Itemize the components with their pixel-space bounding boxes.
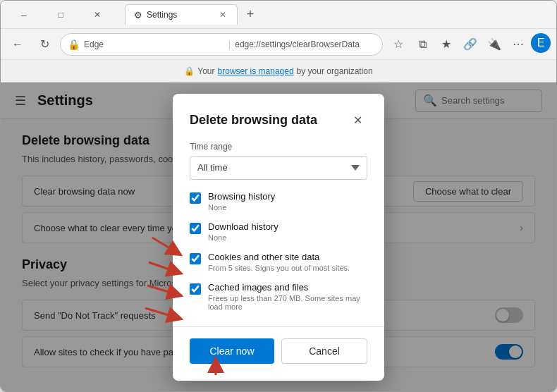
modal-actions: Clear now Cancel: [190, 338, 367, 364]
address-separator: |: [228, 39, 231, 49]
nav-bar: ← ↻ 🔒 Edge | edge://settings/clearBrowse…: [1, 29, 556, 60]
collections-button[interactable]: 🔗: [459, 33, 482, 56]
address-url: edge://settings/clearBrowserData: [235, 39, 375, 49]
download-history-item: Download history None: [190, 221, 367, 242]
favorites-button[interactable]: ☆: [387, 33, 410, 56]
info-bar-text: Your: [197, 66, 214, 76]
checkbox-scroll-area: Browsing history None Download history N…: [190, 191, 367, 321]
split-screen-button[interactable]: ⧉: [411, 33, 434, 56]
refresh-button[interactable]: ↻: [33, 33, 56, 56]
browsing-history-item: Browsing history None: [190, 191, 367, 212]
new-tab-button[interactable]: +: [240, 5, 260, 25]
favorites-bar-button[interactable]: ★: [435, 33, 458, 56]
address-bar[interactable]: 🔒 Edge | edge://settings/clearBrowserDat…: [60, 33, 383, 56]
modal-header: Delete browsing data ✕: [190, 111, 367, 130]
modal-divider: [173, 326, 384, 327]
profile-button[interactable]: E: [531, 33, 551, 53]
window-controls: – □ ✕: [8, 4, 114, 26]
info-bar-suffix: by your organization: [297, 66, 373, 76]
nav-actions: ☆ ⧉ ★ 🔗 🔌 ⋯ E: [387, 33, 551, 56]
modal-title: Delete browsing data: [190, 113, 317, 128]
cached-images-checkbox[interactable]: [190, 283, 201, 295]
more-button[interactable]: ⋯: [507, 33, 530, 56]
browsing-history-checkbox[interactable]: [190, 192, 201, 204]
download-history-checkbox[interactable]: [190, 223, 201, 234]
active-tab[interactable]: ⚙ Settings ✕: [125, 4, 238, 25]
address-icon: 🔒: [68, 39, 80, 50]
address-brand: Edge: [84, 39, 224, 49]
delete-browsing-modal: Delete browsing data ✕ Time range All ti…: [173, 94, 384, 381]
svg-line-3: [145, 308, 176, 317]
tab-close-button[interactable]: ✕: [217, 9, 228, 20]
cancel-button[interactable]: Cancel: [281, 338, 367, 364]
modal-overlay: Delete browsing data ✕ Time range All ti…: [1, 82, 556, 391]
svg-line-1: [149, 262, 176, 271]
tab-favicon: ⚙: [134, 10, 142, 20]
minimize-button[interactable]: –: [8, 4, 40, 26]
svg-line-2: [147, 286, 176, 294]
time-range-label: Time range: [190, 142, 367, 152]
extensions-button[interactable]: 🔌: [483, 33, 506, 56]
title-bar: – □ ✕ ⚙ Settings ✕ +: [1, 1, 556, 29]
cookies-checkbox[interactable]: [190, 253, 201, 264]
info-bar-lock-icon: 🔒: [184, 66, 195, 76]
browser-window: – □ ✕ ⚙ Settings ✕ + ← ↻ 🔒 Edge | edge:/…: [0, 0, 557, 392]
cached-images-label: Cached images and files Frees up less th…: [208, 282, 367, 311]
time-range-select[interactable]: All time Last hour Last 24 hours Last 7 …: [190, 156, 367, 180]
tab-title: Settings: [147, 10, 177, 20]
close-button[interactable]: ✕: [81, 4, 114, 26]
cookies-item: Cookies and other site data From 5 sites…: [190, 252, 367, 272]
modal-close-button[interactable]: ✕: [348, 111, 367, 130]
browsing-history-label: Browsing history None: [208, 191, 275, 212]
cached-images-item: Cached images and files Frees up less th…: [190, 282, 367, 311]
back-button[interactable]: ←: [6, 33, 29, 56]
settings-page: ☰ Settings 🔍 Delete browsing data This i…: [1, 82, 556, 391]
download-history-label: Download history None: [208, 221, 278, 242]
cookies-label: Cookies and other site data From 5 sites…: [208, 252, 350, 272]
clear-now-button[interactable]: Clear now: [190, 338, 274, 364]
tab-bar: ⚙ Settings ✕ +: [125, 4, 549, 25]
maximize-button[interactable]: □: [44, 4, 77, 26]
info-bar-link[interactable]: browser is managed: [218, 66, 294, 76]
info-bar: 🔒 Your browser is managed by your organi…: [1, 60, 556, 82]
